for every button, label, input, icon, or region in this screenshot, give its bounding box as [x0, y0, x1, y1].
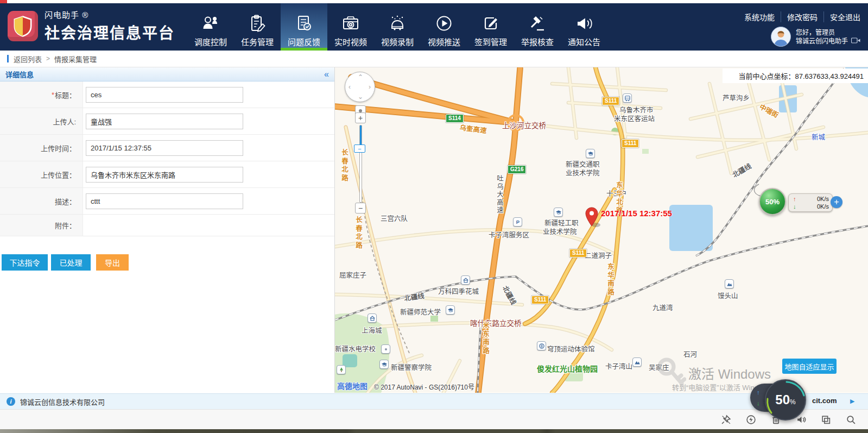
pan-right-icon[interactable]: ›: [369, 83, 371, 91]
description-field[interactable]: [86, 193, 243, 209]
magnifier-icon[interactable]: [846, 415, 856, 425]
pan-up-icon[interactable]: ⌃: [358, 73, 363, 81]
app-header: 闪电助手 ® 社会治理信息平台 调度控制 任务管理 问题反馈 实时视频: [0, 3, 868, 51]
zoom-slider-track[interactable]: [359, 125, 362, 203]
poi-school-icon: [379, 360, 389, 369]
nav-item-video-push[interactable]: 视频推送: [421, 3, 467, 51]
map-marker-pin[interactable]: [585, 206, 601, 231]
platform-title: 社会治理信息平台: [45, 21, 175, 43]
main-nav: 调度控制 任务管理 问题反馈 实时视频 视频录制 视频推送: [187, 3, 607, 51]
nav-label: 调度控制: [194, 38, 227, 47]
field-label: 附件：: [55, 220, 76, 230]
upload-time-field[interactable]: [86, 140, 243, 156]
breadcrumb-back-link[interactable]: 返回列表: [14, 54, 42, 64]
map-label: 俊发红光山植物园: [537, 363, 598, 374]
widget-plus-button[interactable]: +: [831, 196, 842, 208]
brand-logo-icon: [8, 11, 38, 41]
gavel-icon: [528, 14, 547, 38]
windows-layout-icon[interactable]: [821, 415, 831, 425]
download-speed-widget[interactable]: ↑0K/s ↓0K/s 50% +: [758, 186, 845, 218]
poi-dot-icon: [381, 344, 390, 354]
collapse-panel-icon[interactable]: «: [324, 70, 329, 79]
zoom-slider-handle[interactable]: −: [354, 145, 365, 153]
nav-label: 签到管理: [474, 38, 507, 47]
dispatch-icon: [201, 14, 220, 38]
breadcrumb-separator: >: [46, 55, 50, 62]
corner-progress-ball[interactable]: 50 %: [765, 379, 806, 421]
field-label: 上传人:: [53, 116, 76, 127]
map-label: 三宫六队: [381, 213, 408, 223]
down-arrow-icon: ↓: [757, 400, 764, 406]
video-cam-icon: [851, 37, 860, 46]
header-links: 系统功能 修改密码 安全退出: [738, 11, 860, 22]
brand-reg: ®: [82, 10, 88, 20]
map-label: 卡子湾服务区: [489, 229, 529, 240]
app-window: 闪电助手 ® 社会治理信息平台 调度控制 任务管理 问题反馈 实时视频: [0, 0, 868, 433]
nav-item-live-video[interactable]: 实时视频: [327, 3, 374, 51]
link-logout[interactable]: 安全退出: [824, 11, 860, 22]
send-order-button[interactable]: 下达指令: [2, 254, 48, 271]
footer-expand-arrow[interactable]: ▶: [850, 398, 854, 405]
corner-progress-widget[interactable]: ↑0K/s ↓0K/s 50 %: [750, 379, 811, 423]
pan-left-icon[interactable]: ‹: [349, 83, 351, 91]
map-pan-control[interactable]: ⌃ ⌄ ‹ ›: [345, 72, 375, 102]
link-change-password[interactable]: 修改密码: [781, 11, 824, 22]
map-attribution: © 2017 AutoNavi - GS(2016)710号: [374, 382, 474, 391]
edit-square-icon: [481, 14, 500, 38]
breadcrumb-current: 情报采集管理: [54, 54, 97, 64]
map-label: 喀什东路立交桥: [470, 317, 522, 328]
form-row-uploader: 上传人:: [0, 108, 334, 135]
marker-timestamp: 2017/1/15 12:37:55: [601, 209, 672, 218]
nav-item-notice[interactable]: 通知公告: [561, 3, 607, 51]
road-badge: S111: [569, 249, 587, 258]
car-icon: [388, 14, 407, 38]
nav-label: 问题反馈: [288, 38, 320, 47]
poi-tree-icon: [337, 365, 346, 374]
header-right: 系统功能 修改密码 安全退出 您好，管理员 锦诚云创闪电助手: [738, 3, 868, 51]
map-label: 业技术学院: [543, 226, 577, 236]
nav-label: 通知公告: [568, 38, 600, 47]
pan-down-icon[interactable]: ⌄: [358, 93, 363, 101]
avatar[interactable]: [771, 27, 791, 47]
map-label: 东华南路: [605, 263, 616, 297]
speed-ball-50[interactable]: 50%: [759, 188, 786, 215]
poi-bus-icon: [623, 93, 632, 103]
field-label: 上传位置：: [41, 170, 76, 180]
panel-title: 详细信息: [5, 69, 34, 79]
uploader-field[interactable]: [86, 114, 243, 129]
zoom-out-button[interactable]: −: [355, 203, 366, 214]
map-canvas[interactable]: 芦草沟乡中瑞街新城上沙河立交桥乌奎高速乌鲁木齐市米东区客运站新疆交通职业技术学院…: [335, 67, 868, 393]
center-coords-box: 当前中心点坐标：87.637633,43.924491: [723, 68, 868, 83]
title-field[interactable]: [86, 87, 243, 103]
info-icon: i: [7, 397, 15, 406]
nav-item-dispatch[interactable]: 调度控制: [187, 3, 234, 51]
footer-company: 锦诚云创信息技术有限公司: [20, 397, 105, 407]
map-label: 新疆警察学院: [391, 362, 432, 372]
poi-home-icon: [368, 313, 377, 323]
map-label: 吐乌大高速: [495, 175, 505, 215]
zoom-in-button[interactable]: +: [355, 112, 366, 123]
map-roads-layer: [335, 67, 868, 393]
map-label: 长春北路: [339, 149, 350, 183]
map-label: 新疆水电学校: [335, 343, 376, 354]
nav-item-feedback-active[interactable]: 问题反馈: [281, 3, 327, 51]
nav-label: 视频录制: [381, 38, 414, 47]
upload-location-field[interactable]: [86, 167, 243, 183]
pin-slash-icon[interactable]: [721, 415, 731, 425]
feedback-doc-check-icon: [294, 14, 314, 38]
attachment-empty-value: [83, 215, 334, 236]
map-label: 馒头山: [718, 290, 738, 300]
nav-item-tasks[interactable]: 任务管理: [234, 3, 281, 51]
nav-item-signin[interactable]: 签到管理: [467, 3, 514, 51]
processed-button[interactable]: 已处理: [51, 254, 91, 271]
user-info: 您好，管理员 锦诚云创闪电助手: [738, 27, 860, 47]
map-fit-button[interactable]: 地图自适应显示: [782, 359, 837, 374]
speed-pill: ↑0K/s ↓0K/s: [788, 193, 833, 212]
export-button[interactable]: 导出: [96, 254, 129, 271]
detail-panel: 详细信息 « *标题： 上传人: 上传时间： 上传位置： 描述：: [0, 67, 335, 393]
brand: 闪电助手 ® 社会治理信息平台: [0, 3, 187, 51]
nav-item-video-record[interactable]: 视频录制: [374, 3, 421, 51]
upload-speed: 0K/s: [817, 196, 829, 202]
nav-item-report-check[interactable]: 举报核查: [514, 3, 561, 51]
link-system-functions[interactable]: 系统功能: [738, 11, 781, 22]
